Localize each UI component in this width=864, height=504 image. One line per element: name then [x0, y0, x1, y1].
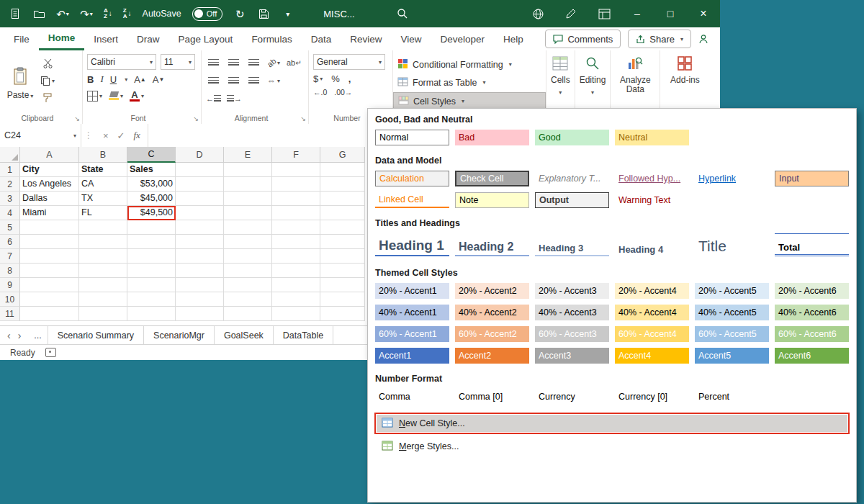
cell-style-followed-hyp[interactable]: Followed Hyp...	[615, 171, 689, 186]
sort-za-icon[interactable]: ZA↓	[123, 8, 132, 19]
cell-E11[interactable]	[224, 307, 272, 321]
tab-formulas[interactable]: Formulas	[242, 27, 301, 50]
cell-C10[interactable]	[127, 292, 176, 307]
cell-style-neutral[interactable]: Neutral	[615, 130, 689, 145]
cell-D7[interactable]	[176, 249, 224, 264]
increase-decimal-button[interactable]: ←.0	[313, 88, 327, 96]
cell-E5[interactable]	[224, 220, 272, 235]
cell-style-output[interactable]: Output	[535, 192, 609, 208]
sync-icon[interactable]: ↻	[233, 7, 246, 20]
cell-E7[interactable]	[224, 249, 272, 264]
cell-style-comma[interactable]: Comma	[375, 389, 449, 405]
cell-E4[interactable]	[224, 206, 272, 220]
cell-F6[interactable]	[272, 235, 320, 249]
cell-style-heading-3[interactable]: Heading 3	[535, 233, 609, 256]
cell-A10[interactable]	[20, 292, 79, 307]
cell-E1[interactable]	[224, 163, 272, 177]
bold-button[interactable]: B	[87, 74, 94, 85]
alignment-dialog-launcher[interactable]: ↘	[300, 115, 306, 122]
align-middle-icon[interactable]	[226, 55, 240, 70]
font-name-select[interactable]: Calibri▾	[87, 54, 156, 70]
cell-style-40-accent5[interactable]: 40% - Accent5	[695, 305, 769, 320]
cell-B8[interactable]	[79, 264, 127, 278]
tab-data[interactable]: Data	[302, 27, 341, 50]
cell-F4[interactable]	[272, 206, 320, 220]
tab-view[interactable]: View	[391, 27, 431, 50]
cell-A8[interactable]	[20, 264, 79, 278]
cell-style-warning-text[interactable]: Warning Text	[615, 192, 689, 208]
cell-G1[interactable]	[320, 163, 365, 177]
cell-C2[interactable]: $53,000	[127, 177, 176, 192]
cell-G2[interactable]	[320, 177, 365, 192]
merge-center-button[interactable]: ⇔▾	[266, 73, 281, 88]
cell-style-20-accent6[interactable]: 20% - Accent6	[775, 283, 849, 299]
increase-indent-button[interactable]: →	[227, 91, 242, 106]
font-color-button[interactable]: A▾	[130, 89, 144, 103]
cell-C8[interactable]	[127, 264, 176, 278]
cell-style-check-cell[interactable]: Check Cell	[455, 171, 529, 186]
cell-G11[interactable]	[320, 307, 365, 321]
cell-style-20-accent4[interactable]: 20% - Accent4	[615, 283, 689, 299]
cell-B3[interactable]: TX	[79, 192, 127, 206]
italic-button[interactable]: I	[100, 73, 103, 85]
sheet-tab-scenariomgr[interactable]: ScenarioMgr	[144, 326, 215, 345]
pen-icon[interactable]	[554, 0, 588, 27]
cell-F7[interactable]	[272, 249, 320, 264]
name-box[interactable]: C24▾	[0, 124, 81, 147]
sheet-nav-right-icon[interactable]: ›	[18, 330, 22, 341]
cell-style-accent4[interactable]: Accent4	[615, 348, 689, 364]
autosave-toggle[interactable]: Off	[192, 7, 222, 21]
cell-style-currency-0[interactable]: Currency [0]	[615, 389, 689, 405]
cell-style-accent1[interactable]: Accent1	[375, 348, 449, 364]
cell-A5[interactable]	[20, 220, 79, 235]
decrease-indent-button[interactable]: ←	[206, 91, 221, 106]
cell-style-currency[interactable]: Currency	[535, 389, 609, 405]
tab-page-layout[interactable]: Page Layout	[169, 27, 243, 50]
cell-style-note[interactable]: Note	[455, 192, 529, 208]
align-top-icon[interactable]	[206, 55, 220, 70]
minimize-button[interactable]: –	[621, 0, 654, 27]
row-header-10[interactable]: 10	[0, 292, 20, 307]
cell-D9[interactable]	[176, 278, 224, 292]
cell-style-heading-4[interactable]: Heading 4	[615, 233, 689, 256]
open-folder-icon[interactable]	[32, 7, 45, 20]
column-header-F[interactable]: F	[272, 147, 320, 163]
share-button[interactable]: Share ▾	[628, 30, 691, 48]
align-center-icon[interactable]	[226, 73, 240, 88]
sheet-tab-scenario-summary[interactable]: Scenario Summary	[48, 326, 144, 345]
cell-G6[interactable]	[320, 235, 365, 249]
decrease-decimal-button[interactable]: .00→	[334, 88, 352, 96]
cell-D1[interactable]	[176, 163, 224, 177]
cell-E2[interactable]	[224, 177, 272, 192]
cell-G8[interactable]	[320, 264, 365, 278]
menu-item-merge-styles[interactable]: Merge Styles...	[377, 438, 847, 455]
align-right-icon[interactable]	[246, 73, 261, 88]
undo-icon[interactable]: ↶▾	[56, 7, 69, 20]
cell-D2[interactable]	[176, 177, 224, 192]
cell-B10[interactable]	[79, 292, 127, 307]
decrease-font-button[interactable]: A▼	[153, 74, 165, 85]
column-header-A[interactable]: A	[20, 147, 79, 163]
cell-style-normal[interactable]: Normal	[375, 130, 449, 145]
row-header-5[interactable]: 5	[0, 220, 20, 235]
row-header-3[interactable]: 3	[0, 192, 20, 206]
cell-style-hyperlink[interactable]: Hyperlink	[695, 171, 769, 186]
cell-B2[interactable]: CA	[79, 177, 127, 192]
cell-C3[interactable]: $45,000	[127, 192, 176, 206]
orientation-button[interactable]: ab▾	[266, 55, 281, 70]
cell-A6[interactable]	[20, 235, 79, 249]
cell-D4[interactable]	[176, 206, 224, 220]
row-header-7[interactable]: 7	[0, 249, 20, 264]
cell-style-60-accent3[interactable]: 60% - Accent3	[535, 326, 609, 342]
cell-E10[interactable]	[224, 292, 272, 307]
cell-D3[interactable]	[176, 192, 224, 206]
cell-style-40-accent6[interactable]: 40% - Accent6	[775, 305, 849, 320]
cell-A9[interactable]	[20, 278, 79, 292]
sort-az-icon[interactable]: AZ↓	[104, 8, 112, 19]
sheet-tab-overflow[interactable]: ...	[28, 326, 47, 345]
cell-B1[interactable]: State	[79, 163, 127, 177]
cell-style-percent[interactable]: Percent	[695, 389, 769, 405]
cell-style-bad[interactable]: Bad	[455, 130, 529, 145]
ribbon-layout-icon[interactable]	[588, 0, 621, 27]
column-header-C[interactable]: C	[127, 147, 176, 163]
